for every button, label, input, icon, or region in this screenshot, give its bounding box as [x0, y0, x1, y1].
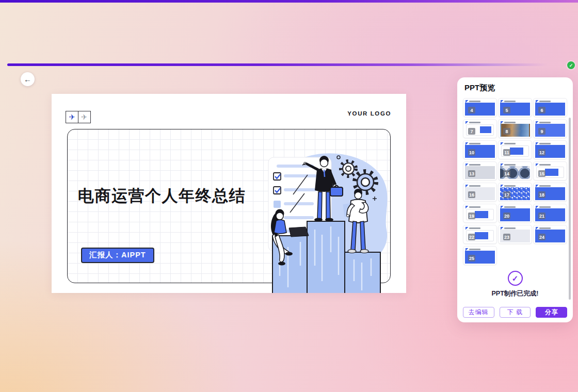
slide-thumbnail[interactable]: 18 [533, 183, 567, 202]
slide-number-badge: 21 [538, 213, 545, 219]
slide-number-badge: 6 [538, 107, 545, 113]
slide-number-badge: 8 [503, 128, 510, 135]
slide-number-badge: 13 [468, 170, 475, 177]
slide-thumbnail[interactable]: 23 [498, 225, 532, 244]
slide-number-badge: 20 [503, 213, 510, 219]
slide-thumbnail[interactable]: 14 [498, 161, 532, 181]
slide-thumbnail[interactable]: 15 [533, 161, 567, 181]
slide-logo-text: YOUR LOGO [347, 110, 391, 117]
slide-number-badge: 22 [468, 234, 475, 240]
progress-complete-icon: ✓ [567, 61, 575, 69]
top-accent-bar [0, 0, 578, 3]
slide-thumbnail-grid: 45678910111213141516171819202122232425 [463, 98, 567, 265]
slide-thumbnail[interactable]: 10 [463, 140, 497, 159]
slide-number-badge: 5 [503, 107, 510, 113]
slide-number-badge: 24 [538, 234, 545, 240]
slide-number-badge: 19 [468, 213, 475, 219]
slide-number-badge: 15 [538, 170, 545, 177]
slide-number-badge: 18 [538, 191, 545, 198]
slide-thumbnail[interactable]: 20 [498, 204, 532, 223]
slide-thumbnail[interactable]: 4 [463, 98, 497, 117]
slide-thumbnail[interactable]: 13 [463, 161, 497, 181]
slide-thumbnail[interactable]: 22 [463, 225, 497, 244]
share-button[interactable]: 分享 [536, 307, 567, 318]
slide-number-badge: 11 [503, 149, 510, 156]
slide-thumbnail[interactable]: 25 [463, 246, 497, 265]
slide-number-badge: 17 [503, 191, 510, 198]
slide-thumbnail[interactable]: 5 [498, 98, 532, 117]
slide-number-badge: 23 [503, 234, 510, 240]
slide-thumbnail[interactable]: 12 [533, 140, 567, 159]
slide-thumbnail[interactable]: 8 [498, 119, 532, 138]
panel-title: PPT预览 [464, 83, 495, 93]
slide-thumbnail[interactable]: 7 [463, 119, 497, 138]
done-check-icon: ✓ [508, 271, 523, 286]
progress-bar [7, 63, 565, 66]
slide-thumbnail[interactable]: 11 [498, 140, 532, 159]
slide-thumbnail[interactable]: 16 [463, 183, 497, 202]
slide-number-badge: 14 [503, 170, 510, 177]
slide-number-badge: 4 [468, 107, 475, 113]
slide-number-badge: 10 [468, 149, 475, 156]
slide-thumbnail[interactable]: 9 [533, 119, 567, 138]
slide-thumbnail[interactable]: 6 [533, 98, 567, 117]
plane-icon-gray: ✈ [78, 111, 91, 123]
ppt-preview-panel: PPT预览 4567891011121314151617181920212223… [457, 77, 573, 322]
plane-icons: ✈ ✈ [66, 111, 91, 123]
plane-icon-blue: ✈ [66, 111, 78, 123]
done-status-text: PPT制作已完成! [457, 289, 573, 298]
presenter-badge: 汇报人：AIPPT [81, 248, 154, 263]
back-button[interactable]: ← [21, 72, 35, 86]
slide-number-badge: 25 [468, 255, 475, 262]
slide-title: 电商运营个人年终总结 [78, 185, 246, 207]
edit-button[interactable]: 去编辑 [463, 307, 494, 318]
slide-number-badge: 7 [468, 128, 475, 135]
slide-number-badge: 16 [468, 191, 475, 198]
slide-number-badge: 12 [538, 149, 545, 156]
slide-thumbnail[interactable]: 17 [498, 183, 532, 202]
slide-preview: ✈ ✈ YOUR LOGO 电商运营个人年终总结 汇报人：AIPPT [52, 94, 406, 293]
slide-thumbnail[interactable]: 19 [463, 204, 497, 223]
slide-number-badge: 9 [538, 128, 545, 135]
download-button[interactable]: 下 载 [500, 307, 531, 318]
slide-illustration [253, 143, 406, 293]
slide-thumbnail[interactable]: 24 [533, 225, 567, 244]
slide-thumbnail[interactable]: 21 [533, 204, 567, 223]
